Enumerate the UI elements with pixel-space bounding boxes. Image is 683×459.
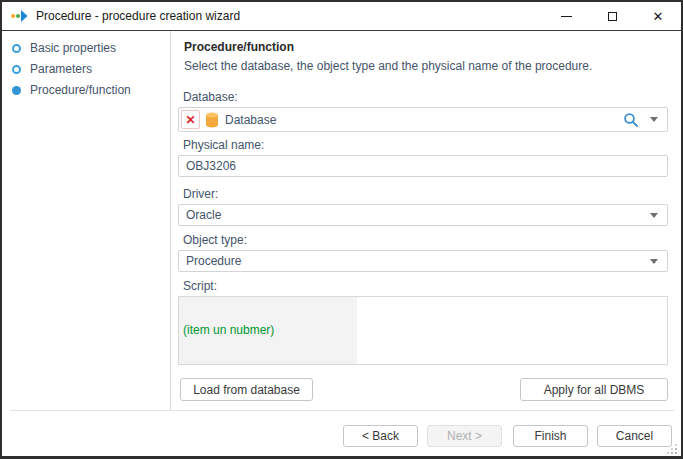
script-line: as begin [183, 363, 345, 365]
script-line: (item un nubmer) [183, 324, 345, 337]
chevron-down-icon [650, 259, 658, 264]
close-icon: ✕ [653, 10, 664, 23]
footer-divider [10, 410, 674, 411]
search-icon[interactable] [623, 112, 639, 128]
sidebar-step-parameters[interactable]: Parameters [2, 61, 167, 77]
object-type-label: Object type: [183, 233, 247, 247]
cancel-button[interactable]: Cancel [597, 425, 672, 447]
sidebar-step-procedure-function[interactable]: Procedure/function [2, 82, 167, 98]
database-icon [205, 112, 219, 128]
physical-name-label: Physical name: [183, 138, 264, 152]
clear-database-button[interactable]: ✕ [181, 110, 200, 129]
wizard-window: Procedure - procedure creation wizard ✕ … [0, 0, 683, 459]
driver-dropdown[interactable]: Oracle [178, 204, 668, 226]
script-label: Script: [183, 279, 217, 293]
apply-for-all-dbms-button[interactable]: Apply for all DBMS [520, 378, 668, 401]
script-text: (item un nubmer) [183, 323, 274, 337]
title-bar[interactable]: Procedure - procedure creation wizard ✕ [2, 2, 681, 31]
step-label: Basic properties [30, 41, 116, 55]
sidebar-divider [170, 31, 171, 410]
database-label: Database: [183, 90, 238, 104]
page-subtitle: Select the database, the object type and… [184, 59, 592, 73]
sidebar-step-basic-properties[interactable]: Basic properties [2, 40, 167, 56]
next-button[interactable]: Next > [427, 425, 502, 447]
step-bullet-icon [12, 86, 21, 95]
driver-label: Driver: [183, 187, 218, 201]
script-editor[interactable]: (item un nubmer) as begin delete from DE… [178, 296, 668, 365]
script-text: as begin [183, 362, 228, 365]
database-selector[interactable]: ✕ Database [178, 107, 668, 132]
object-type-dropdown[interactable]: Procedure [178, 250, 668, 272]
database-value: Database [225, 113, 276, 127]
load-from-database-button[interactable]: Load from database [180, 378, 313, 401]
step-label: Procedure/function [30, 83, 131, 97]
window-controls: ✕ [543, 2, 681, 30]
close-button[interactable]: ✕ [635, 2, 681, 30]
minimize-icon [561, 16, 572, 17]
app-icon [11, 9, 28, 23]
maximize-button[interactable] [589, 2, 635, 30]
maximize-icon [608, 12, 617, 21]
step-bullet-icon [12, 65, 21, 74]
back-button[interactable]: < Back [343, 425, 418, 447]
object-type-value: Procedure [186, 254, 241, 268]
script-code: (item un nubmer) as begin delete from DE… [179, 297, 357, 365]
resize-grip-icon[interactable] [666, 442, 679, 455]
minimize-button[interactable] [543, 2, 589, 30]
finish-button[interactable]: Finish [513, 425, 588, 447]
step-label: Parameters [30, 62, 92, 76]
chevron-down-icon[interactable] [650, 117, 658, 122]
physical-name-input[interactable] [178, 155, 668, 177]
chevron-down-icon [650, 213, 658, 218]
window-title: Procedure - procedure creation wizard [36, 9, 240, 23]
driver-value: Oracle [186, 208, 221, 222]
page-title: Procedure/function [184, 40, 294, 54]
step-bullet-icon [12, 44, 21, 53]
